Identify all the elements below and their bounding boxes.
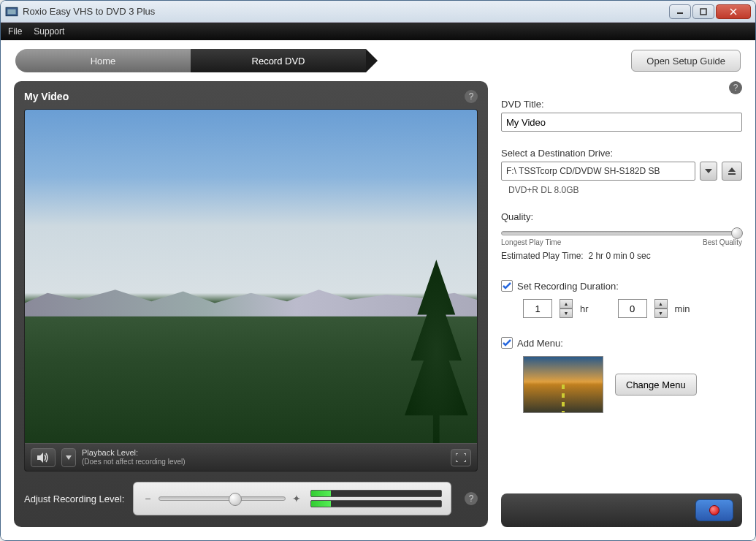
open-setup-guide-button[interactable]: Open Setup Guide <box>631 50 741 72</box>
svg-rect-10 <box>728 173 736 175</box>
quality-left-label: Longest Play Time <box>501 238 561 246</box>
menu-file[interactable]: File <box>8 26 22 37</box>
tab-home-label: Home <box>91 56 116 67</box>
volume-button[interactable] <box>31 448 56 467</box>
level-meters <box>310 490 442 507</box>
minimize-button[interactable] <box>669 4 691 19</box>
minutes-up-button[interactable]: ▲ <box>654 299 668 309</box>
drive-info: DVD+R DL 8.0GB <box>508 185 742 195</box>
volume-dropdown-button[interactable] <box>61 448 76 467</box>
tab-record-dvd[interactable]: Record DVD <box>191 49 366 72</box>
svg-rect-1 <box>7 9 15 14</box>
help-icon[interactable]: ? <box>465 492 478 505</box>
minutes-down-button[interactable]: ▼ <box>654 309 668 318</box>
video-preview <box>25 110 477 443</box>
quality-right-label: Best Quality <box>703 238 742 246</box>
set-duration-label: Set Recording Duration: <box>517 281 619 292</box>
video-frame: Playback Level: (Does not affect recordi… <box>24 109 478 472</box>
est-label: Estimated Play Time: <box>501 251 584 261</box>
menu-thumbnail[interactable] <box>523 356 603 413</box>
playback-bar: Playback Level: (Does not affect recordi… <box>25 443 477 471</box>
svg-marker-8 <box>705 169 712 173</box>
close-button[interactable] <box>716 4 751 19</box>
change-menu-button[interactable]: Change Menu <box>615 374 697 396</box>
set-duration-checkbox[interactable] <box>501 280 513 292</box>
maximize-button[interactable] <box>692 4 714 19</box>
bottom-bar <box>501 493 742 527</box>
hours-down-button[interactable]: ▼ <box>560 309 573 318</box>
window-buttons <box>669 4 751 19</box>
fullscreen-button[interactable] <box>451 449 471 466</box>
playback-note: (Does not affect recording level) <box>82 458 445 466</box>
hr-unit: hr <box>580 303 589 314</box>
titlebar: Roxio Easy VHS to DVD 3 Plus <box>1 1 755 23</box>
plus-icon: ✦ <box>291 493 302 504</box>
recording-level-panel: − ✦ <box>133 482 451 515</box>
hours-input[interactable] <box>523 299 552 318</box>
estimated-time: Estimated Play Time: 2 hr 0 min 0 sec <box>501 251 742 261</box>
minus-icon: − <box>142 493 153 504</box>
help-icon[interactable]: ? <box>729 81 742 94</box>
main-area: My Video ? Playback Level: <box>1 81 755 540</box>
app-icon <box>5 5 18 18</box>
playback-level-label: Playback Level: <box>82 448 445 458</box>
quality-thumb[interactable] <box>731 227 743 239</box>
tab-home[interactable]: Home <box>15 49 191 72</box>
destination-label: Select a Destination Drive: <box>501 148 742 159</box>
add-menu-label: Add Menu: <box>517 338 563 349</box>
hours-up-button[interactable]: ▲ <box>560 299 573 309</box>
recording-level-row: Adjust Recording Level: − ✦ ? <box>24 482 478 515</box>
app-window: Roxio Easy VHS to DVD 3 Plus File Suppor… <box>0 0 756 541</box>
dvd-title-label: DVD Title: <box>501 99 742 110</box>
destination-drive-select[interactable]: F:\ TSSTcorp CD/DVDW SH-S182D SB <box>501 162 695 181</box>
est-value: 2 hr 0 min 0 sec <box>588 251 650 261</box>
add-menu-checkbox[interactable] <box>501 337 513 349</box>
svg-marker-9 <box>728 167 736 172</box>
meter-right <box>310 500 442 507</box>
quality-slider[interactable] <box>501 231 742 235</box>
recording-level-label: Adjust Recording Level: <box>24 493 124 504</box>
dvd-title-input[interactable] <box>501 113 742 132</box>
quality-label: Quality: <box>501 211 742 222</box>
svg-marker-7 <box>66 455 72 460</box>
meter-left <box>310 490 442 497</box>
tab-record-label: Record DVD <box>252 56 305 67</box>
settings-panel: ? DVD Title: Select a Destination Drive:… <box>501 81 742 527</box>
help-icon[interactable]: ? <box>465 90 478 103</box>
eject-button[interactable] <box>722 162 742 181</box>
window-title: Roxio Easy VHS to DVD 3 Plus <box>23 6 669 17</box>
recording-level-slider[interactable] <box>159 496 286 501</box>
drive-dropdown-button[interactable] <box>700 162 717 181</box>
destination-drive-value: F:\ TSSTcorp CD/DVDW SH-S182D SB <box>506 166 660 176</box>
minutes-input[interactable] <box>618 299 647 318</box>
slider-thumb[interactable] <box>229 493 242 506</box>
video-title: My Video <box>24 91 465 102</box>
tab-row: Home Record DVD Open Setup Guide <box>1 40 755 81</box>
svg-rect-3 <box>700 9 706 15</box>
content: Home Record DVD Open Setup Guide My Vide… <box>1 40 755 540</box>
playback-text: Playback Level: (Does not affect recordi… <box>82 448 445 466</box>
record-button[interactable] <box>695 499 733 521</box>
record-icon <box>709 505 719 515</box>
svg-marker-6 <box>37 453 43 463</box>
min-unit: min <box>675 303 690 314</box>
menubar: File Support <box>1 23 755 40</box>
video-panel: My Video ? Playback Level: <box>14 81 488 527</box>
menu-support[interactable]: Support <box>34 26 64 37</box>
